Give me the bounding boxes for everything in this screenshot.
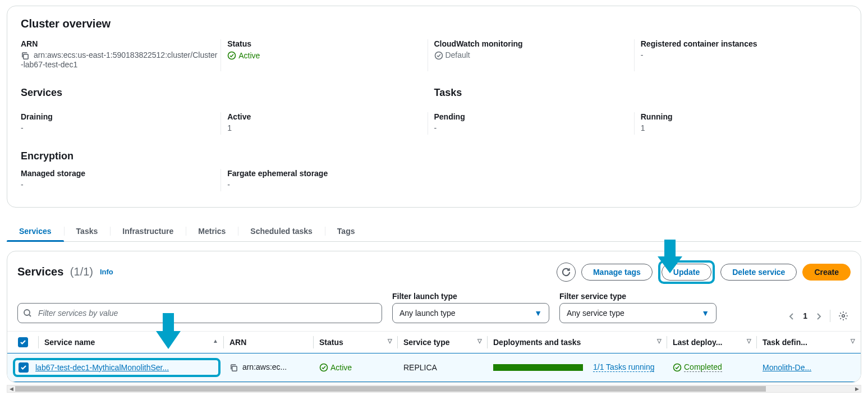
- draining-value: -: [21, 123, 218, 132]
- create-button[interactable]: Create: [802, 264, 851, 281]
- launch-type-value: Any launch type: [399, 309, 456, 318]
- services-count: (1/1): [70, 265, 93, 278]
- col-arn[interactable]: ARN: [229, 338, 246, 347]
- delete-service-button[interactable]: Delete service: [720, 264, 797, 281]
- tab-tasks[interactable]: Tasks: [64, 221, 111, 241]
- tab-scheduled-tasks[interactable]: Scheduled tasks: [238, 221, 325, 241]
- status-value: Active: [238, 51, 260, 60]
- service-type-select[interactable]: Any service type ▼: [559, 303, 717, 323]
- filter-icon[interactable]: ▽: [851, 338, 855, 344]
- arrow-annotation-update: [658, 240, 682, 273]
- services-heading: Services: [21, 87, 425, 99]
- pager-current: 1: [803, 311, 807, 320]
- filter-icon[interactable]: ▽: [657, 338, 662, 344]
- row-checkbox[interactable]: [19, 362, 29, 373]
- caret-down-icon: ▼: [534, 309, 542, 318]
- cluster-overview-title: Cluster overview: [21, 17, 847, 30]
- task-def-link[interactable]: Monolith-De...: [763, 363, 811, 372]
- settings-gear-icon[interactable]: [836, 309, 851, 323]
- tasks-heading: Tasks: [434, 87, 839, 99]
- service-type-label: Filter service type: [559, 292, 717, 301]
- manage-tags-button[interactable]: Manage tags: [581, 264, 653, 281]
- running-label: Running: [641, 112, 838, 121]
- copy-icon[interactable]: [21, 50, 31, 59]
- refresh-button[interactable]: [557, 263, 576, 282]
- col-last-deploy[interactable]: Last deploy...: [673, 338, 722, 347]
- overview-row-1: ARN arn:aws:ecs:us-east-1:590183822512:c…: [21, 39, 847, 76]
- service-name-link[interactable]: lab67-test-dec1-MythicalMonolithSer...: [35, 363, 169, 372]
- active-label: Active: [227, 112, 425, 121]
- col-deployments[interactable]: Deployments and tasks: [493, 338, 581, 347]
- cw-value: Default: [445, 50, 470, 59]
- reg-value: -: [641, 50, 838, 59]
- launch-type-label: Filter launch type: [392, 292, 549, 301]
- row-selection-callout: lab67-test-dec1-MythicalMonolithSer...: [13, 358, 221, 377]
- info-link[interactable]: Info: [100, 268, 113, 276]
- copy-icon[interactable]: [229, 362, 240, 371]
- pager-next-icon[interactable]: [813, 309, 824, 323]
- launch-type-select[interactable]: Any launch type ▼: [392, 303, 549, 323]
- running-value: 1: [641, 123, 838, 132]
- services-search-input[interactable]: [17, 303, 382, 323]
- services-table: Service name▲ ARN Status▽ Service type▽ …: [7, 331, 861, 382]
- status-label: Status: [227, 39, 425, 48]
- encryption-heading: Encryption: [21, 150, 847, 162]
- pending-label: Pending: [434, 112, 632, 121]
- row-last-deploy: Completed: [684, 362, 722, 372]
- fargate-label: Fargate ephemeral storage: [227, 169, 425, 178]
- progress-bar: [493, 364, 583, 371]
- draining-label: Draining: [21, 112, 218, 121]
- filter-icon[interactable]: ▽: [477, 338, 482, 344]
- row-service-type: REPLICA: [403, 363, 437, 372]
- status-success-icon: [673, 362, 682, 372]
- tab-infrastructure[interactable]: Infrastructure: [110, 221, 186, 241]
- col-service-type[interactable]: Service type: [403, 338, 450, 347]
- status-success-icon: [319, 362, 328, 372]
- svg-point-3: [24, 310, 30, 315]
- pager-divider: [830, 310, 830, 322]
- arn-value: arn:aws:ecs:us-east-1:590183822512:clust…: [21, 50, 218, 69]
- select-all-checkbox[interactable]: [18, 337, 28, 347]
- reg-label: Registered container instances: [641, 39, 838, 48]
- pending-value: -: [434, 123, 632, 132]
- caret-down-icon: ▼: [701, 309, 709, 318]
- svg-point-4: [842, 315, 845, 318]
- scrollbar-thumb[interactable]: [15, 386, 766, 392]
- arn-label: ARN: [21, 39, 218, 48]
- svg-rect-0: [24, 54, 28, 58]
- cw-label: CloudWatch monitoring: [434, 39, 632, 48]
- services-header: Services (1/1) Info Manage tags Update D…: [7, 260, 861, 292]
- col-status[interactable]: Status: [319, 338, 343, 347]
- horizontal-scrollbar[interactable]: ◀ ▶: [7, 385, 861, 393]
- managed-value: -: [21, 180, 218, 189]
- overview-row-3: Managed storage - Fargate ephemeral stor…: [21, 169, 847, 196]
- search-icon: [23, 308, 32, 318]
- scroll-left-icon[interactable]: ◀: [7, 385, 15, 392]
- filter-icon[interactable]: ▽: [388, 338, 392, 344]
- services-pager: 1: [786, 309, 851, 323]
- sort-asc-icon[interactable]: ▲: [213, 338, 218, 344]
- fargate-value: -: [227, 180, 425, 189]
- col-service-name[interactable]: Service name: [44, 338, 95, 347]
- cluster-tabs: Services Tasks Infrastructure Metrics Sc…: [7, 221, 861, 242]
- tab-tags[interactable]: Tags: [325, 221, 368, 241]
- services-panel: Services (1/1) Info Manage tags Update D…: [7, 251, 861, 383]
- overview-subheads: Services Tasks: [21, 76, 847, 112]
- filter-icon[interactable]: ▽: [747, 338, 751, 344]
- services-filters: Filter launch type Any launch type ▼ Fil…: [7, 292, 861, 331]
- service-type-value: Any service type: [567, 309, 624, 318]
- tasks-running-link[interactable]: 1/1 Tasks running: [593, 362, 654, 372]
- table-row[interactable]: lab67-test-dec1-MythicalMonolithSer... a…: [7, 353, 861, 382]
- status-default-icon: [434, 50, 446, 59]
- pager-prev-icon[interactable]: [786, 309, 797, 323]
- managed-label: Managed storage: [21, 169, 218, 178]
- status-success-icon: [227, 50, 236, 60]
- tab-services[interactable]: Services: [7, 221, 64, 241]
- scroll-right-icon[interactable]: ▶: [853, 385, 861, 392]
- tab-metrics[interactable]: Metrics: [186, 221, 238, 241]
- col-task-def[interactable]: Task defin...: [763, 338, 807, 347]
- active-value: 1: [227, 123, 425, 132]
- row-arn: arn:aws:ec...: [242, 362, 287, 371]
- overview-row-2: Draining - Active 1 Pending - Running 1: [21, 112, 847, 139]
- row-status: Active: [330, 363, 352, 372]
